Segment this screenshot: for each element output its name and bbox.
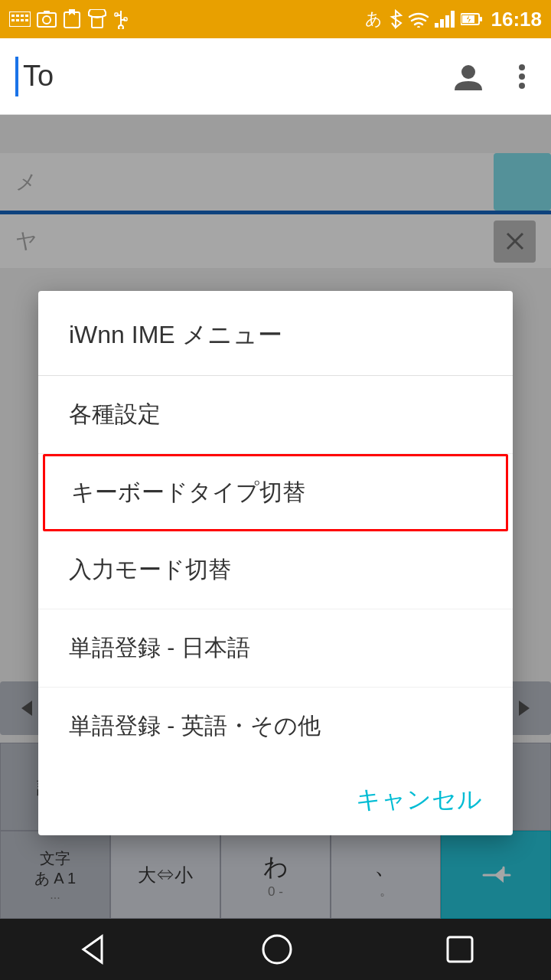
svg-rect-22 bbox=[440, 19, 444, 28]
more-menu-icon[interactable] bbox=[508, 60, 536, 93]
svg-rect-13 bbox=[92, 17, 103, 28]
ime-indicator: あ bbox=[365, 8, 383, 31]
svg-rect-1 bbox=[11, 15, 15, 17]
svg-rect-21 bbox=[435, 23, 439, 28]
svg-rect-5 bbox=[11, 19, 15, 21]
to-field[interactable]: To bbox=[15, 57, 452, 96]
keyboard-icon bbox=[9, 11, 31, 27]
svg-point-28 bbox=[461, 65, 475, 79]
svg-rect-24 bbox=[451, 11, 455, 28]
svg-marker-40 bbox=[83, 936, 102, 962]
dialog-item-keyboard-type[interactable]: キーボードタイプ切替 bbox=[43, 454, 508, 531]
svg-rect-2 bbox=[16, 15, 19, 17]
svg-point-41 bbox=[263, 936, 291, 963]
svg-point-20 bbox=[417, 26, 420, 28]
to-label: To bbox=[23, 60, 54, 93]
status-bar-left bbox=[9, 9, 129, 29]
home-button[interactable] bbox=[260, 933, 294, 966]
recent-button[interactable] bbox=[445, 934, 475, 965]
svg-rect-9 bbox=[37, 13, 56, 27]
bluetooth-icon bbox=[389, 9, 403, 29]
svg-point-31 bbox=[519, 83, 525, 89]
nav-bar bbox=[0, 919, 551, 980]
dialog-item-word-register-en[interactable]: 単語登録 - 英語・その他 bbox=[38, 688, 513, 765]
svg-point-30 bbox=[519, 74, 525, 80]
photo-icon bbox=[37, 11, 57, 28]
status-bar: あ 16:18 bbox=[0, 0, 551, 38]
svg-point-10 bbox=[43, 16, 51, 24]
shop-icon bbox=[87, 9, 107, 29]
time-display: 16:18 bbox=[491, 8, 543, 31]
contact-icon[interactable] bbox=[452, 60, 485, 93]
signal-icon bbox=[435, 11, 455, 28]
dialog-item-word-register-jp[interactable]: 単語登録 - 日本語 bbox=[38, 609, 513, 688]
text-cursor bbox=[15, 57, 18, 96]
svg-rect-23 bbox=[445, 15, 449, 28]
svg-rect-27 bbox=[480, 17, 482, 21]
top-bar-icons bbox=[452, 60, 536, 93]
dialog-item-input-mode[interactable]: 入力モード切替 bbox=[38, 531, 513, 609]
dialog-title: iWnn IME メニュー bbox=[38, 291, 513, 376]
svg-rect-42 bbox=[448, 937, 472, 962]
wifi-icon bbox=[409, 11, 429, 28]
content-area: メ ヤ iWnn IME メニュー 各種設定 bbox=[0, 115, 551, 919]
svg-rect-12 bbox=[64, 12, 80, 28]
back-button[interactable] bbox=[76, 933, 109, 966]
svg-point-15 bbox=[119, 25, 123, 29]
svg-point-29 bbox=[519, 64, 525, 70]
cancel-button[interactable]: キャンセル bbox=[356, 786, 482, 813]
usb-icon bbox=[113, 9, 129, 29]
status-bar-right: あ 16:18 bbox=[365, 8, 543, 31]
svg-rect-6 bbox=[16, 19, 19, 21]
svg-rect-3 bbox=[21, 15, 24, 17]
svg-rect-8 bbox=[25, 19, 28, 21]
iwnn-ime-dialog: iWnn IME メニュー 各種設定 キーボードタイプ切替 入力モード切替 単語… bbox=[38, 291, 513, 835]
dialog-item-settings[interactable]: 各種設定 bbox=[38, 376, 513, 454]
svg-rect-11 bbox=[44, 11, 50, 14]
svg-rect-7 bbox=[21, 19, 24, 21]
svg-rect-4 bbox=[25, 15, 28, 17]
dialog-cancel-area: キャンセル bbox=[38, 765, 513, 835]
top-bar: To bbox=[0, 38, 551, 115]
badge-icon bbox=[63, 9, 81, 29]
battery-icon bbox=[461, 12, 482, 26]
